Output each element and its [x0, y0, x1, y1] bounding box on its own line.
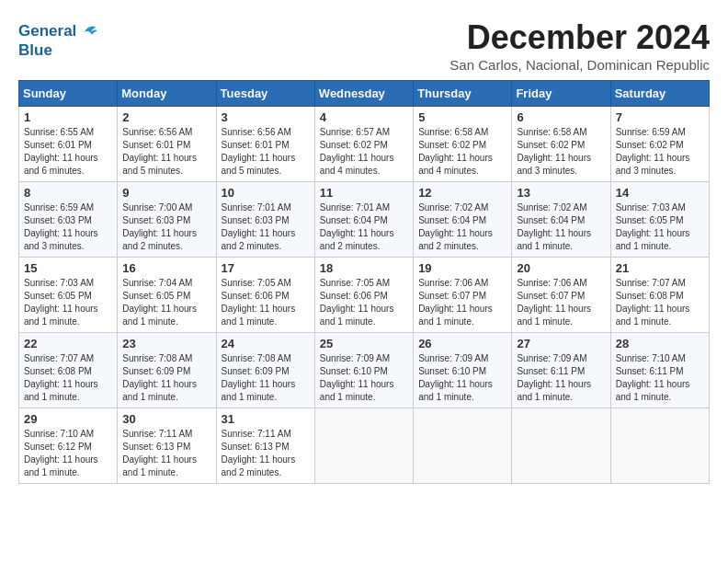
day-number: 23 — [122, 337, 210, 350]
calendar-table: SundayMondayTuesdayWednesdayThursdayFrid… — [18, 80, 710, 484]
day-info: Sunrise: 7:09 AMSunset: 6:11 PMDaylight:… — [517, 352, 605, 404]
calendar-header-friday: Friday — [512, 81, 610, 107]
calendar-day-cell — [414, 408, 512, 484]
calendar-header-wednesday: Wednesday — [314, 81, 413, 107]
day-info: Sunrise: 7:05 AMSunset: 6:06 PMDaylight:… — [222, 277, 310, 328]
day-number: 14 — [616, 186, 704, 200]
calendar-week-row: 8 Sunrise: 6:59 AMSunset: 6:03 PMDayligh… — [19, 182, 710, 258]
calendar-day-cell: 26 Sunrise: 7:09 AMSunset: 6:10 PMDaylig… — [414, 333, 512, 408]
day-info: Sunrise: 7:09 AMSunset: 6:10 PMDaylight:… — [320, 352, 408, 404]
day-number: 10 — [222, 186, 310, 200]
calendar-day-cell: 29 Sunrise: 7:10 AMSunset: 6:12 PMDaylig… — [19, 408, 118, 484]
calendar-day-cell: 22 Sunrise: 7:07 AMSunset: 6:08 PMDaylig… — [19, 333, 118, 408]
calendar-header-row: SundayMondayTuesdayWednesdayThursdayFrid… — [19, 81, 710, 107]
calendar-day-cell: 19 Sunrise: 7:06 AMSunset: 6:07 PMDaylig… — [414, 258, 512, 333]
day-number: 8 — [24, 186, 112, 200]
calendar-day-cell: 12 Sunrise: 7:02 AMSunset: 6:04 PMDaylig… — [414, 182, 512, 258]
calendar-day-cell: 21 Sunrise: 7:07 AMSunset: 6:08 PMDaylig… — [610, 258, 709, 333]
calendar-day-cell: 18 Sunrise: 7:05 AMSunset: 6:06 PMDaylig… — [314, 258, 413, 333]
day-number: 16 — [122, 261, 210, 275]
day-info: Sunrise: 6:58 AMSunset: 6:02 PMDaylight:… — [418, 126, 506, 178]
day-info: Sunrise: 6:59 AMSunset: 6:03 PMDaylight:… — [24, 201, 112, 253]
day-info: Sunrise: 7:10 AMSunset: 6:12 PMDaylight:… — [24, 428, 112, 479]
calendar-day-cell: 20 Sunrise: 7:06 AMSunset: 6:07 PMDaylig… — [512, 258, 610, 333]
calendar-week-row: 22 Sunrise: 7:07 AMSunset: 6:08 PMDaylig… — [19, 333, 710, 408]
day-info: Sunrise: 6:57 AMSunset: 6:02 PMDaylight:… — [320, 126, 408, 178]
day-info: Sunrise: 7:03 AMSunset: 6:05 PMDaylight:… — [616, 201, 704, 253]
day-info: Sunrise: 7:02 AMSunset: 6:04 PMDaylight:… — [418, 201, 506, 253]
calendar-day-cell: 7 Sunrise: 6:59 AMSunset: 6:02 PMDayligh… — [610, 107, 709, 182]
calendar-day-cell: 30 Sunrise: 7:11 AMSunset: 6:13 PMDaylig… — [118, 408, 216, 484]
day-number: 22 — [24, 337, 112, 350]
day-info: Sunrise: 7:08 AMSunset: 6:09 PMDaylight:… — [222, 352, 310, 404]
calendar-header-tuesday: Tuesday — [216, 81, 314, 107]
day-info: Sunrise: 7:05 AMSunset: 6:06 PMDaylight:… — [320, 277, 408, 328]
calendar-day-cell: 15 Sunrise: 7:03 AMSunset: 6:05 PMDaylig… — [19, 258, 118, 333]
calendar-header-thursday: Thursday — [414, 81, 512, 107]
day-number: 7 — [616, 110, 704, 124]
calendar-day-cell: 6 Sunrise: 6:58 AMSunset: 6:02 PMDayligh… — [512, 107, 610, 182]
day-number: 3 — [222, 110, 310, 124]
month-year-title: December 2024 — [449, 18, 710, 57]
day-info: Sunrise: 6:55 AMSunset: 6:01 PMDaylight:… — [24, 126, 112, 178]
calendar-day-cell: 28 Sunrise: 7:10 AMSunset: 6:11 PMDaylig… — [610, 333, 709, 408]
day-info: Sunrise: 7:10 AMSunset: 6:11 PMDaylight:… — [616, 352, 704, 404]
day-number: 19 — [418, 261, 506, 275]
day-number: 18 — [320, 261, 408, 275]
calendar-day-cell: 2 Sunrise: 6:56 AMSunset: 6:01 PMDayligh… — [118, 107, 216, 182]
day-info: Sunrise: 7:02 AMSunset: 6:04 PMDaylight:… — [517, 201, 605, 253]
day-number: 15 — [24, 261, 112, 275]
day-number: 26 — [418, 337, 506, 350]
day-info: Sunrise: 7:03 AMSunset: 6:05 PMDaylight:… — [24, 277, 112, 328]
header: GeneralBlue December 2024 San Carlos, Na… — [18, 18, 710, 73]
calendar-day-cell: 31 Sunrise: 7:11 AMSunset: 6:13 PMDaylig… — [216, 408, 314, 484]
calendar-day-cell: 8 Sunrise: 6:59 AMSunset: 6:03 PMDayligh… — [19, 182, 118, 258]
day-number: 11 — [320, 186, 408, 200]
location-subtitle: San Carlos, Nacional, Dominican Republic — [449, 57, 710, 73]
calendar-day-cell: 1 Sunrise: 6:55 AMSunset: 6:01 PMDayligh… — [19, 107, 118, 182]
day-number: 21 — [616, 261, 704, 275]
day-number: 31 — [222, 412, 310, 426]
calendar-day-cell: 17 Sunrise: 7:05 AMSunset: 6:06 PMDaylig… — [216, 258, 314, 333]
calendar-week-row: 15 Sunrise: 7:03 AMSunset: 6:05 PMDaylig… — [19, 258, 710, 333]
day-info: Sunrise: 6:59 AMSunset: 6:02 PMDaylight:… — [616, 126, 704, 178]
calendar-day-cell: 27 Sunrise: 7:09 AMSunset: 6:11 PMDaylig… — [512, 333, 610, 408]
day-info: Sunrise: 7:00 AMSunset: 6:03 PMDaylight:… — [122, 201, 210, 253]
day-number: 17 — [222, 261, 310, 275]
day-info: Sunrise: 7:08 AMSunset: 6:09 PMDaylight:… — [122, 352, 210, 404]
calendar-day-cell: 14 Sunrise: 7:03 AMSunset: 6:05 PMDaylig… — [610, 182, 709, 258]
calendar-day-cell: 11 Sunrise: 7:01 AMSunset: 6:04 PMDaylig… — [314, 182, 413, 258]
calendar-day-cell: 9 Sunrise: 7:00 AMSunset: 6:03 PMDayligh… — [118, 182, 216, 258]
calendar-header-monday: Monday — [118, 81, 216, 107]
calendar-day-cell — [512, 408, 610, 484]
day-number: 28 — [616, 337, 704, 350]
calendar-day-cell: 10 Sunrise: 7:01 AMSunset: 6:03 PMDaylig… — [216, 182, 314, 258]
day-number: 12 — [418, 186, 506, 200]
calendar-day-cell: 4 Sunrise: 6:57 AMSunset: 6:02 PMDayligh… — [314, 107, 413, 182]
day-number: 29 — [24, 412, 112, 426]
calendar-day-cell — [610, 408, 709, 484]
day-number: 6 — [517, 110, 605, 124]
day-info: Sunrise: 7:11 AMSunset: 6:13 PMDaylight:… — [222, 428, 310, 479]
day-info: Sunrise: 6:56 AMSunset: 6:01 PMDaylight:… — [122, 126, 210, 178]
calendar-day-cell: 5 Sunrise: 6:58 AMSunset: 6:02 PMDayligh… — [414, 107, 512, 182]
day-number: 13 — [517, 186, 605, 200]
day-number: 27 — [517, 337, 605, 350]
day-number: 30 — [122, 412, 210, 426]
day-number: 20 — [517, 261, 605, 275]
calendar-day-cell: 25 Sunrise: 7:09 AMSunset: 6:10 PMDaylig… — [314, 333, 413, 408]
day-info: Sunrise: 7:11 AMSunset: 6:13 PMDaylight:… — [122, 428, 210, 479]
calendar-header-sunday: Sunday — [19, 81, 118, 107]
logo: GeneralBlue — [18, 22, 97, 59]
day-info: Sunrise: 7:07 AMSunset: 6:08 PMDaylight:… — [24, 352, 112, 404]
day-number: 4 — [320, 110, 408, 124]
calendar-week-row: 29 Sunrise: 7:10 AMSunset: 6:12 PMDaylig… — [19, 408, 710, 484]
title-section: December 2024 San Carlos, Nacional, Domi… — [449, 18, 710, 73]
day-number: 9 — [122, 186, 210, 200]
day-info: Sunrise: 6:56 AMSunset: 6:01 PMDaylight:… — [222, 126, 310, 178]
day-number: 1 — [24, 110, 112, 124]
calendar-day-cell — [314, 408, 413, 484]
day-number: 5 — [418, 110, 506, 124]
calendar-day-cell: 23 Sunrise: 7:08 AMSunset: 6:09 PMDaylig… — [118, 333, 216, 408]
day-number: 2 — [122, 110, 210, 124]
